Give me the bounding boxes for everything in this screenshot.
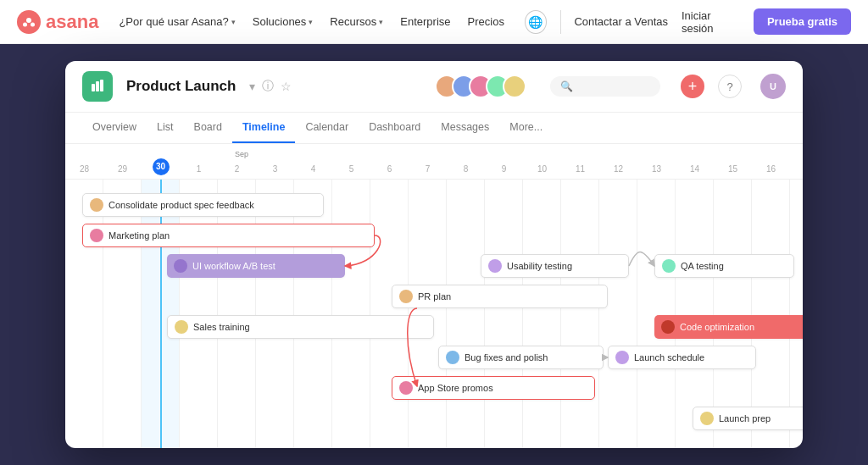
task-app-store[interactable]: App Store promos <box>392 376 595 400</box>
col-1 <box>103 180 142 449</box>
task-avatar-5 <box>662 259 676 273</box>
main-background: Product Launch ▾ ⓘ ☆ 🔍 + ? U Over <box>0 44 868 465</box>
task-consolidate[interactable]: Consolidate product spec feedback <box>82 193 324 217</box>
title-actions: ▾ ⓘ ☆ <box>249 79 292 94</box>
date-cell-1: 1 <box>180 160 218 175</box>
asana-logo[interactable]: asana <box>17 10 98 34</box>
svg-rect-4 <box>96 81 99 91</box>
language-selector[interactable]: 🌐 <box>525 10 547 34</box>
help-button[interactable]: ? <box>718 75 742 98</box>
user-avatar[interactable]: U <box>760 74 786 99</box>
project-title: Product Launch <box>126 78 236 95</box>
nav-solutions[interactable]: Soluciones ▾ <box>253 15 314 28</box>
date-cell-7: 7 <box>409 160 447 175</box>
task-label-11: App Store promos <box>418 383 493 393</box>
date-cell-10: 10 <box>523 160 561 175</box>
task-avatar-11 <box>399 381 413 395</box>
date-cell-9: 9 <box>485 160 523 175</box>
tab-calendar[interactable]: Calendar <box>295 113 359 143</box>
date-cell-13: 13 <box>637 160 676 175</box>
app-header: Product Launch ▾ ⓘ ☆ 🔍 + ? U <box>65 61 803 113</box>
nav-cta-button[interactable]: Prueba gratis <box>754 8 851 35</box>
task-avatar-8 <box>661 320 675 334</box>
project-icon <box>82 71 113 102</box>
task-code-opt[interactable]: Code optimization <box>654 315 803 339</box>
date-cell-3: 3 <box>256 160 294 175</box>
task-avatar-1 <box>90 198 103 212</box>
task-usability[interactable]: Usability testing <box>481 254 629 278</box>
tab-list[interactable]: List <box>147 113 183 143</box>
col-8 <box>370 180 409 449</box>
task-label-1: Consolidate product spec feedback <box>108 200 254 210</box>
task-avatar-10 <box>615 351 629 364</box>
date-cell-5: 5 <box>332 160 370 175</box>
avatar-5 <box>503 75 526 98</box>
col-0 <box>65 180 103 449</box>
title-info-icon[interactable]: ⓘ <box>262 79 274 94</box>
task-label-8: Code optimization <box>680 322 754 332</box>
date-cell-14: 14 <box>676 160 714 175</box>
search-bar[interactable]: 🔍 <box>550 76 660 97</box>
nav-why-asana[interactable]: ¿Por qué usar Asana? ▾ <box>119 15 235 28</box>
svg-rect-3 <box>92 84 95 91</box>
app-tabs: Overview List Board Timeline Calendar Da… <box>65 113 803 144</box>
col-5 <box>256 180 294 449</box>
tab-overview[interactable]: Overview <box>82 113 147 143</box>
nav-right: 🌐 Contactar a Ventas Iniciar sesión Prue… <box>525 8 851 35</box>
svg-rect-5 <box>100 80 103 91</box>
col-13 <box>561 180 599 449</box>
nav-pricing[interactable]: Precios <box>468 15 504 28</box>
task-pr[interactable]: PR plan <box>392 285 608 308</box>
task-label-5: QA testing <box>681 261 724 271</box>
col-11 <box>485 180 523 449</box>
add-task-button[interactable]: + <box>681 75 704 98</box>
nav-contact-sales[interactable]: Contactar a Ventas <box>574 15 668 28</box>
date-cell-2: 2 <box>218 160 256 175</box>
task-qa[interactable]: QA testing <box>654 254 794 278</box>
tab-dashboard[interactable]: Dashboard <box>359 113 431 143</box>
tab-timeline[interactable]: Timeline <box>232 113 295 143</box>
task-label-6: PR plan <box>418 291 451 302</box>
task-launch-sched[interactable]: Launch schedule <box>608 346 756 369</box>
col-3 <box>180 180 218 449</box>
date-cell-28: Sep 28 <box>65 160 103 175</box>
today-line <box>160 180 162 449</box>
title-star-icon[interactable]: ☆ <box>281 80 292 93</box>
col-4 <box>218 180 256 449</box>
date-cell-15: 15 <box>714 160 752 175</box>
svg-point-2 <box>31 22 35 26</box>
date-row: Sep 28 29 30 1 2 3 4 5 6 7 8 9 10 <box>65 144 803 179</box>
nav-enterprise[interactable]: Enterprise <box>400 15 450 28</box>
date-cell-8: 8 <box>447 160 485 175</box>
timeline-header: Sep 28 29 30 1 2 3 4 5 6 7 8 9 10 <box>65 144 803 180</box>
timeline-area: Sep 28 29 30 1 2 3 4 5 6 7 8 9 10 <box>65 144 803 448</box>
date-cell-6: 6 <box>370 160 409 175</box>
task-sales[interactable]: Sales training <box>167 315 434 339</box>
grid-lines <box>65 180 803 449</box>
task-ui-workflow[interactable]: UI workflow A/B test <box>167 254 345 278</box>
task-avatar-3 <box>174 259 187 273</box>
chevron-icon: ▾ <box>309 18 313 26</box>
task-label-2: Marketing plan <box>108 230 170 241</box>
tab-messages[interactable]: Messages <box>431 113 499 143</box>
task-marketing[interactable]: Marketing plan <box>82 224 375 247</box>
col-6 <box>294 180 332 449</box>
task-avatar-9 <box>446 351 459 364</box>
chevron-icon: ▾ <box>379 18 383 26</box>
nav-resources[interactable]: Recursos ▾ <box>330 15 383 28</box>
task-avatar-4 <box>488 259 502 273</box>
project-members <box>435 75 526 98</box>
task-label-9: Bug fixes and polish <box>465 352 548 363</box>
search-icon: 🔍 <box>560 80 573 92</box>
task-launch-prep[interactable]: Launch prep <box>693 407 803 430</box>
title-dropdown-icon[interactable]: ▾ <box>249 80 255 93</box>
chevron-icon: ▾ <box>231 18 236 26</box>
date-cell-30: 30 <box>142 158 180 175</box>
svg-point-1 <box>23 22 27 26</box>
tab-board[interactable]: Board <box>184 113 232 143</box>
task-bug-fixes[interactable]: Bug fixes and polish <box>438 346 604 369</box>
nav-login[interactable]: Iniciar sesión <box>682 9 740 35</box>
tab-more[interactable]: More... <box>499 113 553 143</box>
date-cell-12: 12 <box>599 160 637 175</box>
task-avatar-12 <box>700 412 714 425</box>
